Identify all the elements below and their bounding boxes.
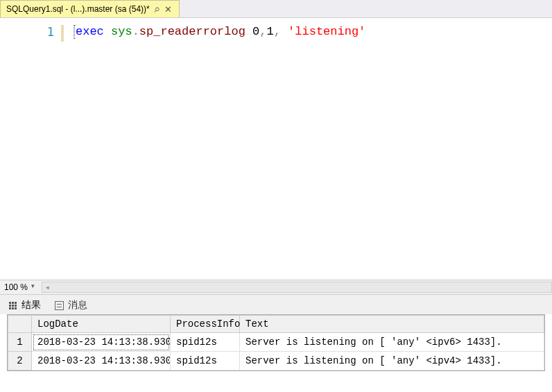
table-row[interactable]: 1 2018-03-23 14:13:38.930 spid12s Server…: [8, 333, 544, 352]
document-tab[interactable]: SQLQuery1.sql - (l...).master (sa (54))*…: [0, 0, 180, 17]
keyword-exec: exec: [76, 25, 104, 38]
cell-logdate[interactable]: 2018-03-23 14:13:38.930: [32, 352, 171, 370]
results-tab-bar: 结果 消息: [0, 295, 552, 314]
cell-processinfo[interactable]: spid12s: [171, 352, 240, 370]
table-row[interactable]: 2 2018-03-23 14:13:38.930 spid12s Server…: [8, 352, 544, 370]
line-number-gutter: 1: [0, 18, 61, 280]
tab-messages[interactable]: 消息: [53, 299, 87, 312]
change-marker: [61, 25, 64, 42]
comma: ,: [274, 25, 281, 38]
results-grid[interactable]: LogDate ProcessInfo Text 1 2018-03-23 14…: [8, 315, 544, 370]
cell-text[interactable]: Server is listening on [ 'any' <ipv6> 14…: [240, 333, 544, 352]
cell-processinfo[interactable]: spid12s: [171, 333, 240, 352]
horizontal-scrollbar[interactable]: ◂: [42, 282, 552, 293]
header-row: LogDate ProcessInfo Text: [8, 316, 544, 333]
dot: .: [132, 25, 139, 38]
grid-icon: [7, 300, 18, 310]
arg-0: 0: [252, 25, 259, 38]
proc-name: sp_readerrorlog: [139, 25, 245, 38]
sql-editor[interactable]: 1 exec sys.sp_readerrorlog 0,1, 'listeni…: [0, 18, 552, 280]
document-tab-bar: SQLQuery1.sql - (l...).master (sa (54))*…: [0, 0, 552, 18]
cell-logdate[interactable]: 2018-03-23 14:13:38.930: [32, 333, 171, 352]
editor-splitter[interactable]: 100 % ◂: [0, 280, 552, 295]
column-header-text[interactable]: Text: [240, 316, 544, 333]
schema-sys: sys: [111, 25, 132, 38]
zoom-dropdown[interactable]: 100 %: [3, 282, 35, 292]
pin-icon[interactable]: ⚲: [152, 5, 161, 14]
code-line[interactable]: exec sys.sp_readerrorlog 0,1, 'listening…: [61, 18, 371, 280]
zoom-control[interactable]: 100 %: [3, 282, 35, 292]
scroll-left-icon[interactable]: ◂: [42, 282, 52, 292]
comma: ,: [259, 25, 266, 38]
tab-results-label: 结果: [21, 299, 41, 312]
line-number: 1: [47, 25, 54, 39]
close-icon[interactable]: ✕: [163, 4, 173, 15]
tab-results[interactable]: 结果: [7, 299, 41, 312]
column-header-logdate[interactable]: LogDate: [32, 316, 171, 333]
string-literal: 'listening': [288, 25, 365, 38]
cell-text[interactable]: Server is listening on [ 'any' <ipv4> 14…: [240, 352, 544, 370]
row-number[interactable]: 2: [8, 352, 32, 370]
corner-cell[interactable]: [8, 316, 32, 333]
results-grid-container: LogDate ProcessInfo Text 1 2018-03-23 14…: [7, 314, 545, 371]
row-number[interactable]: 1: [8, 333, 32, 352]
text-cursor: [74, 25, 75, 39]
bottom-padding: [0, 378, 552, 392]
column-header-processinfo[interactable]: ProcessInfo: [171, 316, 240, 333]
tab-messages-label: 消息: [68, 299, 87, 312]
document-tab-title: SQLQuery1.sql - (l...).master (sa (54))*: [6, 4, 150, 14]
messages-icon: [53, 300, 64, 310]
arg-1: 1: [266, 25, 273, 38]
